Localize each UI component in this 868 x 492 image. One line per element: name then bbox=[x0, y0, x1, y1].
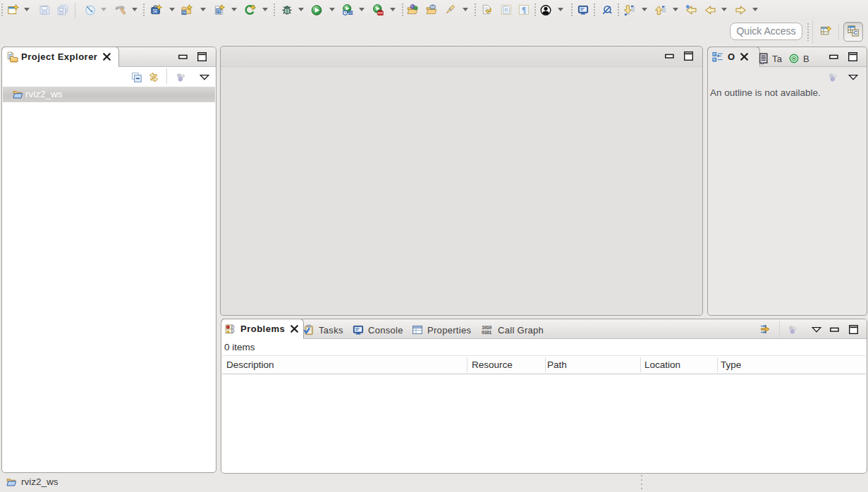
svg-text:c: c bbox=[183, 10, 185, 15]
svg-text:c: c bbox=[217, 8, 220, 14]
svg-text:C: C bbox=[153, 8, 157, 15]
svg-text:¶: ¶ bbox=[522, 6, 526, 15]
svg-text:C: C bbox=[853, 30, 857, 36]
svg-text:0101: 0101 bbox=[482, 330, 491, 336]
